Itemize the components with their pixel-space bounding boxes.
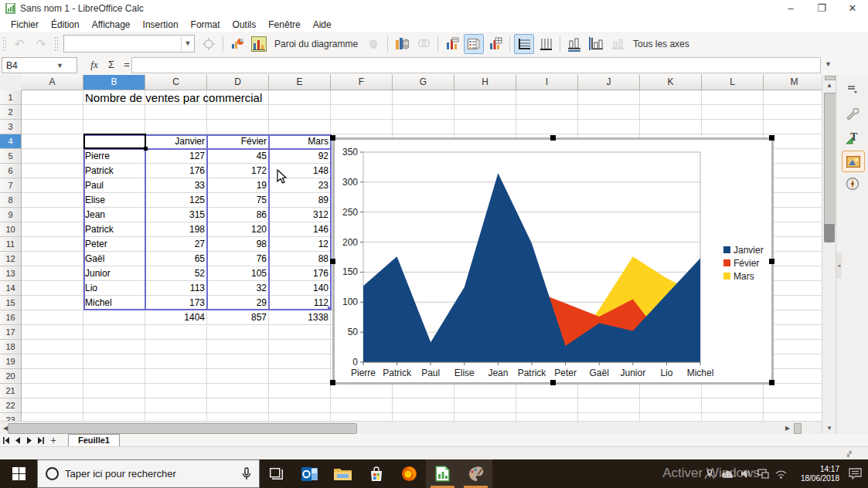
row-header-14[interactable]: 14 bbox=[0, 281, 22, 296]
column-header-D[interactable]: D bbox=[207, 75, 269, 90]
menu-outils[interactable]: Outils bbox=[226, 19, 263, 31]
data-in-columns-button[interactable] bbox=[414, 34, 434, 54]
undo-button[interactable]: ↶ bbox=[9, 34, 29, 54]
row-header-5[interactable]: 5 bbox=[0, 149, 22, 164]
range-drag-handle[interactable] bbox=[328, 307, 332, 310]
toolbar-drag-handle[interactable] bbox=[2, 36, 6, 52]
taskbar-app-outlook[interactable] bbox=[293, 459, 326, 488]
row-header-12[interactable]: 12 bbox=[0, 252, 22, 266]
network-icon[interactable] bbox=[775, 469, 787, 479]
row-header-1[interactable]: 1 bbox=[0, 90, 22, 105]
chart-resize-handle[interactable] bbox=[769, 259, 774, 264]
people-icon[interactable] bbox=[704, 469, 715, 480]
vertical-grid-button[interactable] bbox=[536, 34, 556, 54]
horizontal-grid-button[interactable] bbox=[514, 34, 534, 54]
menu-insertion[interactable]: Insertion bbox=[137, 19, 185, 31]
format-selection-button[interactable] bbox=[199, 34, 219, 54]
chart-type-button[interactable] bbox=[227, 34, 247, 54]
onedrive-cloud-icon[interactable] bbox=[721, 469, 734, 479]
taskbar-app-firefox[interactable] bbox=[393, 459, 426, 488]
function-wizard-icon[interactable]: fx bbox=[87, 58, 102, 72]
column-header-A[interactable]: A bbox=[22, 75, 83, 90]
column-header-J[interactable]: J bbox=[578, 75, 640, 90]
row-header-13[interactable]: 13 bbox=[0, 266, 22, 281]
chart-resize-handle[interactable] bbox=[330, 135, 335, 141]
formula-input[interactable] bbox=[131, 57, 821, 73]
chart-resize-handle[interactable] bbox=[550, 135, 556, 141]
chart-object[interactable]: 050100150200250300350PierrePatrickPaulEl… bbox=[332, 137, 774, 385]
row-header-3[interactable]: 3 bbox=[0, 120, 22, 134]
format-wall-button[interactable] bbox=[363, 34, 383, 54]
cell-B1[interactable]: Nombre de ventes par commercial bbox=[85, 91, 262, 104]
sum-icon[interactable]: Σ bbox=[104, 58, 119, 72]
column-header-G[interactable]: G bbox=[393, 75, 454, 90]
task-view-button[interactable] bbox=[260, 459, 293, 488]
microphone-icon[interactable] bbox=[242, 467, 251, 480]
chart-resize-handle[interactable] bbox=[330, 259, 335, 264]
row-header-20[interactable]: 20 bbox=[0, 369, 22, 384]
minimize-button[interactable]: – bbox=[775, 0, 806, 17]
row-header-18[interactable]: 18 bbox=[0, 340, 22, 354]
sidebar-settings-button[interactable] bbox=[842, 80, 863, 100]
taskbar-clock[interactable]: 14:17 18/06/2018 bbox=[791, 465, 839, 483]
chart-element-selector[interactable]: ▼ bbox=[63, 35, 195, 53]
y-axis-button[interactable] bbox=[586, 34, 606, 54]
row-header-8[interactable]: 8 bbox=[0, 193, 22, 208]
previous-sheet-icon[interactable] bbox=[12, 433, 23, 447]
toolbar-drag-handle[interactable] bbox=[54, 36, 58, 52]
sidebar-tab-properties[interactable] bbox=[842, 104, 863, 124]
row-header-17[interactable]: 17 bbox=[0, 325, 22, 340]
column-header-B[interactable]: B bbox=[83, 75, 145, 90]
sidebar-collapse-arrow[interactable]: ◂ bbox=[836, 252, 842, 279]
column-header-F[interactable]: F bbox=[331, 75, 393, 90]
row-header-11[interactable]: 11 bbox=[0, 237, 22, 252]
taskbar-app-image-editor[interactable] bbox=[459, 459, 492, 488]
row-header-19[interactable]: 19 bbox=[0, 354, 22, 369]
row-header-7[interactable]: 7 bbox=[0, 178, 22, 193]
chart-resize-handle[interactable] bbox=[769, 380, 774, 385]
chart-data-button[interactable] bbox=[485, 34, 505, 54]
row-header-9[interactable]: 9 bbox=[0, 208, 22, 222]
sidebar-tab-navigator[interactable] bbox=[842, 174, 863, 194]
start-button[interactable] bbox=[0, 459, 37, 488]
menu-format[interactable]: Format bbox=[185, 19, 226, 31]
redo-button[interactable]: ↷ bbox=[31, 34, 51, 54]
expand-formula-bar-icon[interactable]: ▼ bbox=[822, 58, 835, 71]
menu-fichier[interactable]: Fichier bbox=[5, 19, 45, 31]
split-window-handle[interactable] bbox=[794, 423, 802, 434]
sheet-tab-feuille1[interactable]: Feuille1 bbox=[68, 434, 120, 446]
menu-fenetre[interactable]: Fenêtre bbox=[262, 19, 306, 31]
row-header-21[interactable]: 21 bbox=[0, 384, 22, 398]
menu-affichage[interactable]: Affichage bbox=[86, 19, 137, 31]
legend-toggle-button[interactable] bbox=[464, 34, 484, 54]
chart-resize-handle[interactable] bbox=[769, 135, 774, 141]
row-header-16[interactable]: 16 bbox=[0, 310, 22, 325]
close-button[interactable]: ✕ bbox=[837, 0, 868, 17]
vertical-scrollbar[interactable]: ▲ ▼ bbox=[822, 75, 836, 434]
chart-data-table-button[interactable] bbox=[249, 34, 269, 54]
scale-text-button[interactable] bbox=[442, 34, 462, 54]
column-header-C[interactable]: C bbox=[145, 75, 207, 90]
first-sheet-icon[interactable] bbox=[0, 433, 12, 447]
x-axis-button[interactable] bbox=[564, 34, 584, 54]
row-header-4[interactable]: 4 bbox=[0, 134, 22, 149]
taskbar-app-store[interactable] bbox=[359, 459, 393, 488]
taskbar-app-libreoffice-calc[interactable] bbox=[426, 459, 459, 488]
row-header-10[interactable]: 10 bbox=[0, 222, 22, 237]
row-header-15[interactable]: 15 bbox=[0, 296, 22, 310]
restore-button[interactable]: ❐ bbox=[806, 0, 837, 17]
name-box[interactable]: B4 ▼ bbox=[2, 57, 77, 73]
scroll-right-icon[interactable]: ▶ bbox=[783, 423, 792, 433]
last-sheet-icon[interactable] bbox=[35, 433, 46, 447]
next-sheet-icon[interactable] bbox=[23, 433, 35, 447]
display-connect-icon[interactable] bbox=[757, 469, 769, 479]
z-axis-button[interactable] bbox=[608, 34, 628, 54]
data-in-rows-button[interactable] bbox=[392, 34, 412, 54]
sidebar-tab-gallery[interactable] bbox=[842, 151, 865, 172]
horizontal-scroll-thumb[interactable] bbox=[8, 423, 357, 434]
column-header-I[interactable]: I bbox=[516, 75, 578, 90]
row-header-2[interactable]: 2 bbox=[0, 105, 22, 120]
horizontal-scrollbar[interactable]: ◀ ▶ bbox=[0, 421, 822, 435]
column-header-E[interactable]: E bbox=[269, 75, 331, 90]
column-header-K[interactable]: K bbox=[640, 75, 702, 90]
